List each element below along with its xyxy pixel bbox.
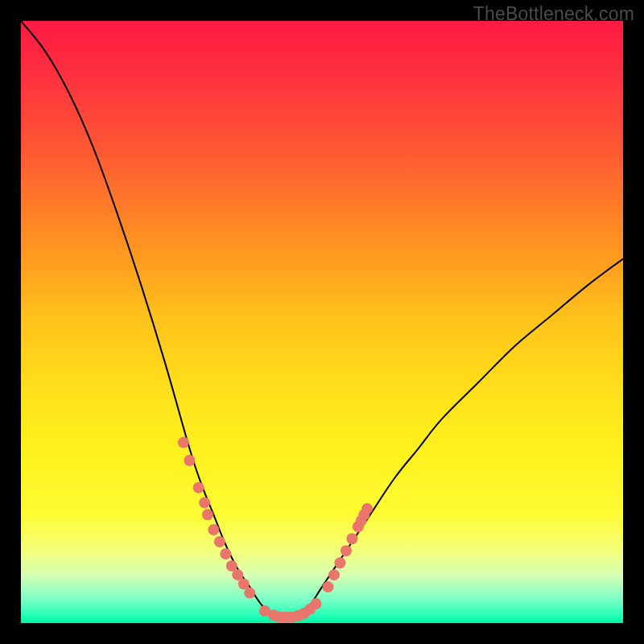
chart-marker (341, 545, 352, 556)
watermark-text: TheBottleneck.com (473, 3, 634, 25)
chart-marker (311, 598, 322, 609)
chart-marker (184, 455, 195, 466)
chart-svg (21, 21, 623, 623)
chart-marker (178, 437, 189, 448)
bottleneck-curve (21, 21, 623, 617)
chart-marker (328, 569, 340, 580)
chart-plot-area (21, 21, 623, 623)
chart-marker (202, 509, 213, 520)
chart-marker (193, 482, 204, 493)
chart-marker (199, 497, 210, 508)
chart-marker (334, 557, 345, 568)
chart-marker (361, 503, 373, 514)
chart-markers (178, 437, 373, 623)
chart-marker (346, 533, 357, 544)
chart-marker (322, 581, 333, 592)
chart-marker (208, 524, 219, 535)
chart-marker (244, 588, 255, 599)
chart-marker (220, 548, 231, 559)
chart-marker (214, 536, 225, 547)
chart-frame: TheBottleneck.com (0, 0, 644, 644)
